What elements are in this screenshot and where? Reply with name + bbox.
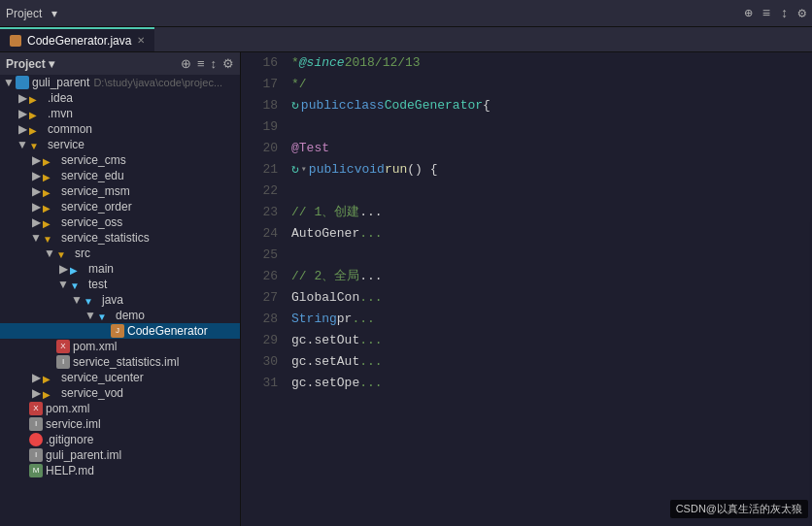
demo-arrow: ▼	[84, 309, 97, 322]
code-content[interactable]: * @since 2018/12/13 */ ↻ public class Co…	[284, 52, 812, 526]
code-token: // 2、全局	[291, 266, 359, 287]
sidebar-header: Project ▾ ⊕ ≡ ↕ ⚙	[0, 52, 240, 75]
tab-bar: CodeGenerator.java ✕	[0, 27, 812, 52]
main-arrow: ▶	[56, 262, 70, 276]
edu-folder-icon	[43, 170, 58, 181]
sidebar-header-icons: ⊕ ≡ ↕ ⚙	[181, 56, 234, 71]
iml2-icon: I	[29, 417, 43, 431]
pom1-arrow: ▶	[43, 340, 56, 353]
line-num-30: 30	[247, 351, 278, 373]
change-marker-21: ↻	[291, 159, 299, 181]
project-label[interactable]: Project	[6, 7, 42, 20]
edu-arrow: ▶	[29, 169, 43, 182]
service-folder-icon	[29, 139, 45, 150]
project-dropdown-icon[interactable]: ▾	[51, 7, 57, 20]
code-token: ...	[359, 266, 382, 287]
tree-stats-iml[interactable]: ▶ I service_statistics.iml	[0, 354, 240, 370]
tree-service-ucenter[interactable]: ▶ service_ucenter	[0, 370, 240, 385]
change-marker-18: ↻	[291, 95, 299, 116]
code-line-30: gc.setAut ...	[291, 351, 812, 373]
fold-icon-21: ▾	[301, 159, 307, 181]
demo-label: demo	[116, 309, 145, 322]
code-token: void	[355, 159, 385, 181]
tree-pom-stats[interactable]: ▶ X pom.xml	[0, 339, 240, 354]
toolbar-icon-list[interactable]: ≡	[762, 6, 770, 21]
code-token: ...	[359, 330, 382, 351]
iml3-label: guli_parent.iml	[46, 448, 121, 462]
sidebar-icon-add[interactable]: ⊕	[181, 56, 191, 71]
code-token: GlobalCon	[291, 287, 359, 309]
tree-mvn[interactable]: ▶ .mvn	[0, 106, 240, 121]
code-line-22	[291, 181, 812, 202]
code-token: @Test	[291, 138, 329, 159]
iml2-arrow: ▶	[16, 417, 29, 431]
ucenter-arrow: ▶	[29, 371, 43, 384]
tree-service-vod[interactable]: ▶ service_vod	[0, 385, 240, 401]
tree-service-order[interactable]: ▶ service_order	[0, 199, 240, 214]
sidebar-icon-gear[interactable]: ⚙	[222, 56, 234, 71]
root-path: D:\study\java\code\projec...	[93, 77, 222, 88]
tree-service-cms[interactable]: ▶ service_cms	[0, 152, 240, 168]
tab-codegenerator[interactable]: CodeGenerator.java ✕	[0, 27, 154, 51]
code-line-18: ↻ public class CodeGenerator {	[291, 95, 812, 116]
msm-label: service_msm	[61, 184, 130, 198]
tree-codegenerator[interactable]: ▶ J CodeGenerator	[0, 323, 240, 339]
tree-java[interactable]: ▼ java	[0, 292, 240, 308]
sidebar-icon-collapse[interactable]: ↕	[211, 56, 218, 71]
cg-java-icon: J	[111, 324, 124, 338]
mvn-folder-icon	[29, 108, 45, 119]
common-folder-icon	[29, 123, 45, 135]
tree-service-edu[interactable]: ▶ service_edu	[0, 168, 240, 183]
tree-guli-iml[interactable]: ▶ I guli_parent.iml	[0, 447, 240, 463]
sidebar-icon-list[interactable]: ≡	[197, 56, 205, 71]
line-num-26: 26	[247, 266, 278, 287]
code-token: ...	[359, 202, 382, 223]
src-folder-icon	[56, 247, 72, 259]
code-token: ...	[359, 351, 382, 373]
tree-service-oss[interactable]: ▶ service_oss	[0, 214, 240, 230]
code-token: pr	[337, 309, 353, 330]
java-folder-icon	[84, 294, 99, 306]
tree-service-msm[interactable]: ▶ service_msm	[0, 183, 240, 199]
stats-folder-icon	[43, 232, 58, 244]
editor-panel: 16 17 18 19 20 21 22 23 24 25 26 27 28 2…	[241, 52, 812, 526]
help-label: HELP.md	[46, 464, 94, 477]
oss-folder-icon	[43, 216, 58, 228]
idea-label: .idea	[48, 91, 73, 105]
order-label: service_order	[61, 200, 132, 214]
tree-idea[interactable]: ▶ .idea	[0, 90, 240, 106]
tree-service-statistics[interactable]: ▼ service_statistics	[0, 230, 240, 246]
tree-service[interactable]: ▼ service	[0, 137, 240, 152]
iml3-icon: I	[29, 448, 43, 462]
cms-arrow: ▶	[29, 153, 43, 167]
code-line-20: @Test	[291, 138, 812, 159]
code-token: gc.setOpe	[291, 373, 359, 394]
stats-label: service_statistics	[61, 231, 150, 245]
tree-service-iml[interactable]: ▶ I service.iml	[0, 416, 240, 432]
code-token: @since	[299, 52, 345, 74]
test-arrow: ▼	[56, 278, 70, 291]
stats-arrow: ▼	[29, 231, 43, 245]
tree-common[interactable]: ▶ common	[0, 121, 240, 137]
top-bar: Project ▾ ⊕ ≡ ↕ ⚙	[0, 0, 812, 27]
tab-close-icon[interactable]: ✕	[137, 35, 145, 46]
line-num-19: 19	[247, 116, 278, 138]
main-label: main	[88, 262, 114, 276]
sidebar-header-left: Project ▾	[6, 57, 54, 71]
demo-folder-icon	[97, 310, 113, 321]
tree-src[interactable]: ▼ src	[0, 246, 240, 261]
toolbar-icon-sort[interactable]: ↕	[780, 6, 788, 21]
watermark: CSDN@以真生活的灰太狼	[670, 500, 808, 518]
toolbar-icon-add[interactable]: ⊕	[744, 5, 752, 21]
tree-gitignore[interactable]: ▶ .gitignore	[0, 432, 240, 447]
code-area: 16 17 18 19 20 21 22 23 24 25 26 27 28 2…	[241, 52, 812, 526]
java-arrow: ▼	[70, 293, 84, 307]
cms-label: service_cms	[61, 153, 126, 167]
tree-pom-root[interactable]: ▶ X pom.xml	[0, 401, 240, 416]
tree-main[interactable]: ▶ main	[0, 261, 240, 277]
tree-help[interactable]: ▶ M HELP.md	[0, 463, 240, 478]
toolbar-icon-settings[interactable]: ⚙	[798, 5, 806, 21]
tree-test[interactable]: ▼ test	[0, 277, 240, 292]
tree-demo[interactable]: ▼ demo	[0, 308, 240, 323]
tree-root[interactable]: ▼ guli_parent D:\study\java\code\projec.…	[0, 75, 240, 90]
